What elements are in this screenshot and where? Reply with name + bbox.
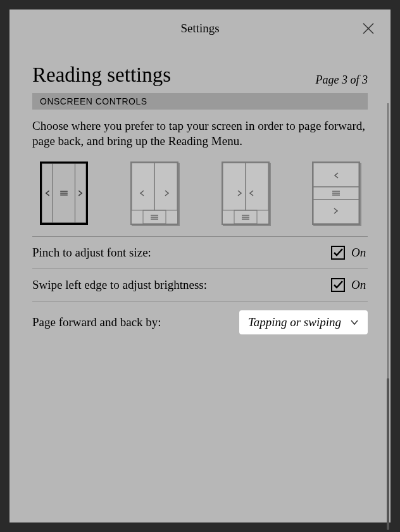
chevron-right-icon: [238, 191, 241, 196]
row-swipe-brightness: Swipe left edge to adjust brightness: On: [32, 269, 368, 301]
section-header: ONSCREEN CONTROLS: [32, 93, 368, 110]
chevron-right-icon: [334, 208, 337, 213]
menu-icon: [60, 191, 68, 195]
page-title: Reading settings: [32, 63, 171, 87]
check-icon: [333, 247, 344, 258]
close-icon: [361, 22, 375, 35]
svg-rect-0: [42, 163, 53, 222]
row-control: On: [331, 246, 368, 260]
row-control: On: [331, 278, 368, 292]
row-label: Swipe left edge to adjust brightness:: [32, 278, 207, 292]
layout-option-4[interactable]: [312, 162, 360, 225]
modal-content: Reading settings Page 3 of 3 ONSCREEN CO…: [9, 48, 391, 522]
checkbox-swipe[interactable]: [331, 278, 345, 292]
dropdown-value: Tapping or swiping: [248, 315, 341, 329]
row-label: Pinch to adjust font size:: [32, 246, 151, 260]
header-title: Settings: [180, 22, 219, 35]
checkbox-state: On: [351, 246, 368, 260]
layout-option-2[interactable]: [130, 162, 178, 225]
checkbox-state: On: [351, 278, 368, 292]
title-row: Reading settings Page 3 of 3: [32, 63, 368, 87]
svg-rect-7: [154, 163, 177, 210]
chevron-down-icon: [350, 319, 359, 326]
svg-rect-13: [246, 163, 268, 210]
dropdown-page-forward[interactable]: Tapping or swiping: [239, 310, 368, 334]
svg-rect-2: [75, 163, 87, 222]
menu-icon: [332, 191, 340, 195]
row-pinch-font: Pinch to adjust font size: On: [32, 236, 368, 269]
chevron-left-icon: [250, 191, 253, 196]
chevron-right-icon: [165, 191, 168, 196]
row-page-forward: Page forward and back by: Tapping or swi…: [32, 301, 368, 343]
layout-option-3[interactable]: [222, 162, 270, 225]
chevron-right-icon: [78, 191, 82, 196]
checkbox-pinch[interactable]: [331, 246, 345, 260]
close-button[interactable]: [361, 22, 375, 35]
modal-header: Settings: [9, 10, 391, 48]
row-label: Page forward and back by:: [32, 315, 161, 329]
menu-icon: [242, 215, 249, 219]
layout-option-1[interactable]: [40, 162, 88, 225]
check-icon: [333, 279, 344, 290]
settings-modal: Settings Reading settings Page 3 of 3 ON…: [9, 10, 391, 522]
svg-rect-6: [132, 163, 154, 210]
layout-options: [32, 162, 368, 225]
page-indicator: Page 3 of 3: [316, 73, 368, 87]
scrollbar-thumb[interactable]: [387, 378, 389, 530]
svg-rect-12: [223, 163, 246, 210]
menu-icon: [151, 215, 158, 219]
chevron-left-icon: [335, 173, 338, 178]
section-description: Choose where you prefer to tap your scre…: [32, 118, 368, 149]
chevron-left-icon: [141, 191, 144, 196]
chevron-left-icon: [46, 191, 49, 196]
